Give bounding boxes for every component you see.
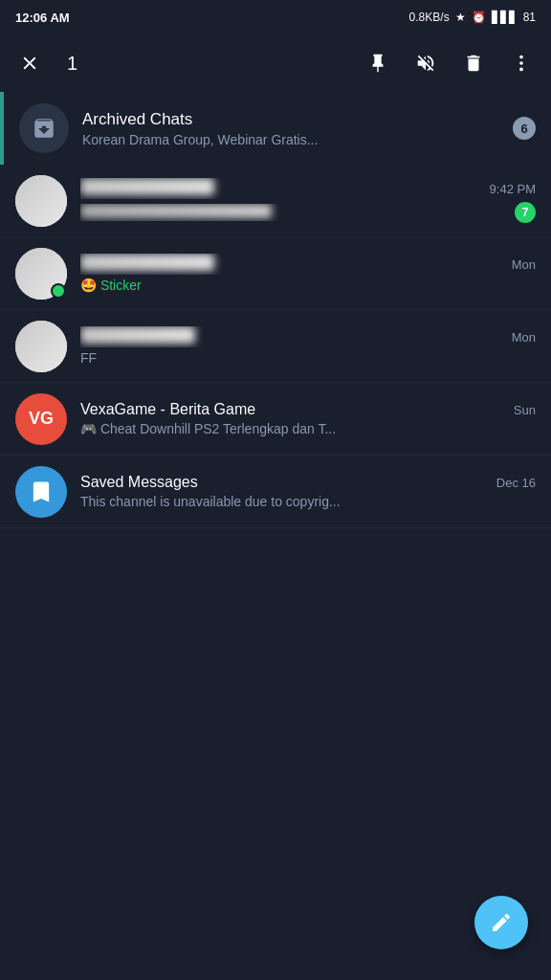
avatar	[15, 466, 67, 518]
online-indicator	[51, 283, 66, 299]
delete-button[interactable]	[459, 49, 488, 78]
chat-top: VexaGame - Berita Game Sun	[80, 401, 536, 418]
signal-icon: ▋▋▋	[492, 11, 518, 24]
archived-chats-item[interactable]: Archived Chats Korean Drama Group, Webin…	[0, 92, 551, 165]
blurred-name	[80, 178, 214, 195]
chat-bottom: FF	[80, 350, 536, 366]
status-bar: 12:06 AM 0.8KB/s ★ ⏰ ▋▋▋ 81	[0, 0, 551, 34]
compose-fab[interactable]	[474, 896, 528, 949]
chat-bottom: 🤩 Sticker	[80, 278, 536, 293]
status-icons: 0.8KB/s ★ ⏰ ▋▋▋ 81	[409, 11, 536, 24]
more-button[interactable]	[507, 49, 536, 78]
chat-preview	[80, 204, 507, 221]
chat-item[interactable]: VG VexaGame - Berita Game Sun 🎮 Cheat Do…	[0, 383, 551, 456]
status-time: 12:06 AM	[15, 11, 70, 25]
svg-point-1	[519, 61, 523, 65]
chat-time: 9:42 PM	[490, 182, 536, 196]
mute-button[interactable]	[411, 49, 440, 78]
chat-name	[80, 326, 504, 347]
network-speed: 0.8KB/s	[409, 11, 450, 24]
chat-bottom: 7	[80, 202, 536, 223]
avatar	[15, 248, 67, 300]
avatar	[15, 175, 67, 227]
action-bar: 1	[0, 34, 551, 92]
chat-top: Mon	[80, 326, 536, 347]
alarm-icon: ⏰	[472, 11, 486, 24]
chat-body: VexaGame - Berita Game Sun 🎮 Cheat Downh…	[80, 401, 536, 436]
svg-point-2	[519, 68, 523, 72]
chat-time: Mon	[512, 257, 536, 272]
close-button[interactable]	[15, 49, 44, 78]
chat-time: Sun	[514, 403, 536, 417]
archived-info: Archived Chats Korean Drama Group, Webin…	[82, 110, 499, 147]
chat-name	[80, 178, 482, 199]
chat-body: 9:42 PM 7	[80, 178, 536, 223]
chat-time: Mon	[512, 330, 536, 345]
chat-bottom: This channel is unavailable due to copyr…	[80, 494, 536, 509]
chat-preview: This channel is unavailable due to copyr…	[80, 494, 536, 509]
chat-top: Mon	[80, 254, 536, 275]
chat-preview: 🤩 Sticker	[80, 278, 536, 293]
chat-body: Mon 🤩 Sticker	[80, 254, 536, 293]
unread-badge: 7	[515, 202, 536, 223]
action-icons-group	[364, 49, 536, 78]
chat-name: VexaGame - Berita Game	[80, 401, 506, 418]
chat-item[interactable]: 9:42 PM 7	[0, 165, 551, 237]
chat-item[interactable]: Mon 🤩 Sticker	[0, 237, 551, 310]
blurred-preview	[80, 204, 272, 218]
chat-time: Dec 16	[496, 476, 536, 490]
archived-badge: 6	[513, 117, 536, 140]
chat-list: Archived Chats Korean Drama Group, Webin…	[0, 92, 551, 528]
chat-top: Saved Messages Dec 16	[80, 474, 536, 491]
bookmark-icon	[28, 479, 55, 505]
avatar: VG	[15, 393, 67, 445]
avatar	[15, 321, 67, 372]
blurred-name	[80, 254, 214, 271]
chat-preview: 🎮 Cheat Downhill PS2 Terlengkap dan T...	[80, 421, 536, 436]
archived-title: Archived Chats	[82, 110, 499, 129]
battery-text: 81	[523, 11, 536, 24]
selected-count: 1	[67, 53, 77, 75]
compose-icon	[490, 911, 513, 934]
blurred-name	[80, 326, 195, 344]
chat-bottom: 🎮 Cheat Downhill PS2 Terlengkap dan T...	[80, 421, 536, 436]
svg-point-0	[519, 56, 523, 59]
chat-preview: FF	[80, 350, 536, 366]
chat-top: 9:42 PM	[80, 178, 536, 199]
chat-name: Saved Messages	[80, 474, 489, 491]
chat-item[interactable]: Mon FF	[0, 310, 551, 383]
bluetooth-icon: ★	[455, 11, 466, 24]
archived-subtitle: Korean Drama Group, Webinar Gratis...	[82, 132, 499, 147]
sticker-label: Sticker	[100, 278, 142, 293]
archive-icon	[32, 116, 56, 141]
archived-avatar	[19, 103, 69, 153]
chat-name	[80, 254, 504, 275]
chat-body: Mon FF	[80, 326, 536, 366]
chat-item[interactable]: Saved Messages Dec 16 This channel is un…	[0, 456, 551, 528]
pin-button[interactable]	[364, 49, 392, 78]
chat-body: Saved Messages Dec 16 This channel is un…	[80, 474, 536, 509]
